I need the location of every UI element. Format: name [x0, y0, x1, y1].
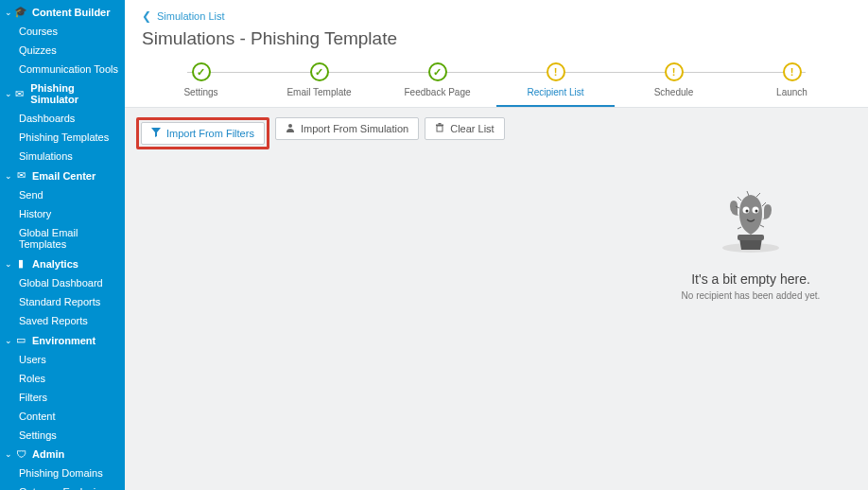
svg-point-9 — [755, 210, 758, 213]
nav-item[interactable]: Phishing Domains — [0, 464, 125, 482]
wizard-step[interactable]: ✓Feedback Page — [378, 62, 496, 105]
nav-section[interactable]: ⌄✉Phishing Simulator — [0, 79, 125, 109]
section-icon: ✉ — [12, 88, 26, 100]
toolbar: Import From Filters Import From Simulati… — [125, 108, 868, 159]
section-label: Admin — [32, 448, 64, 460]
clear-list-label: Clear List — [450, 123, 494, 134]
svg-rect-3 — [439, 123, 442, 125]
svg-rect-5 — [738, 235, 764, 240]
filter-icon — [151, 128, 161, 139]
step-circle: ! — [547, 62, 565, 81]
empty-heading: It's a bit empty here. — [656, 271, 845, 287]
nav-item[interactable]: Standard Reports — [0, 292, 125, 311]
svg-rect-1 — [437, 126, 443, 131]
nav-item[interactable]: Courses — [0, 22, 125, 41]
step-circle: ✓ — [192, 62, 211, 81]
nav-item[interactable]: Content — [0, 407, 125, 426]
chevron-down-icon: ⌄ — [4, 171, 13, 181]
svg-rect-2 — [436, 125, 443, 127]
nav-item[interactable]: Saved Reports — [0, 311, 125, 330]
empty-state: It's a bit empty here. No recipient has … — [656, 182, 845, 301]
chevron-left-icon: ❮ — [142, 9, 151, 23]
step-label: Feedback Page — [378, 87, 496, 97]
import-from-filters-label: Import From Filters — [166, 128, 254, 139]
nav-item[interactable]: Gateway Exclusion List — [0, 482, 125, 490]
nav-item[interactable]: Global Dashboard — [0, 273, 125, 292]
wizard-step[interactable]: ✓Email Template — [260, 62, 378, 105]
section-icon: ▮ — [13, 257, 28, 270]
section-label: Phishing Simulator — [30, 82, 119, 105]
nav-item[interactable]: Settings — [0, 426, 125, 445]
cactus-illustration — [656, 182, 845, 260]
import-from-simulation-button[interactable]: Import From Simulation — [275, 117, 419, 140]
svg-line-15 — [760, 225, 764, 227]
step-circle: ! — [783, 62, 802, 81]
empty-subtext: No recipient has been added yet. — [656, 290, 845, 301]
chevron-down-icon: ⌄ — [4, 336, 13, 345]
wizard: ✓Settings✓Email Template✓Feedback Page!R… — [142, 62, 851, 107]
section-label: Environment — [32, 335, 95, 346]
nav-item[interactable]: Dashboards — [0, 109, 125, 128]
nav-section[interactable]: ⌄▭Environment — [0, 330, 125, 350]
nav-item[interactable]: History — [0, 204, 125, 223]
main: ❮ Simulation List Simulations - Phishing… — [125, 0, 868, 490]
section-label: Email Center — [32, 170, 95, 182]
chevron-down-icon: ⌄ — [4, 89, 12, 98]
section-icon: 🎓 — [13, 6, 28, 18]
svg-point-0 — [288, 124, 292, 128]
user-icon — [286, 123, 295, 134]
section-label: Analytics — [32, 258, 78, 270]
chevron-down-icon: ⌄ — [4, 259, 13, 269]
import-from-simulation-label: Import From Simulation — [301, 123, 408, 134]
sidebar: ⌄🎓Content BuilderCoursesQuizzesCommunica… — [0, 0, 125, 490]
nav-item[interactable]: Simulations — [0, 147, 125, 166]
wizard-step[interactable]: !Schedule — [615, 62, 733, 105]
chevron-down-icon: ⌄ — [4, 8, 13, 17]
step-circle: ✓ — [310, 62, 329, 81]
section-icon: 🛡 — [13, 448, 28, 460]
nav-item[interactable]: Roles — [0, 369, 125, 388]
nav-item[interactable]: Users — [0, 350, 125, 369]
svg-line-16 — [738, 227, 741, 229]
svg-line-10 — [738, 197, 741, 201]
nav-item[interactable]: Filters — [0, 388, 125, 407]
section-icon: ▭ — [13, 334, 28, 346]
nav-section[interactable]: ⌄🛡Admin — [0, 445, 125, 464]
wizard-step[interactable]: ✓Settings — [142, 62, 260, 105]
step-label: Schedule — [615, 87, 733, 97]
section-icon: ✉ — [13, 169, 28, 182]
wizard-step[interactable]: !Launch — [733, 62, 851, 105]
step-label: Launch — [733, 87, 851, 97]
svg-line-11 — [747, 191, 749, 196]
nav-section[interactable]: ⌄🎓Content Builder — [0, 2, 125, 22]
breadcrumb-back[interactable]: ❮ Simulation List — [142, 9, 225, 23]
nav-item[interactable]: Quizzes — [0, 41, 125, 60]
step-label: Email Template — [260, 87, 378, 97]
step-label: Recipient List — [496, 87, 615, 97]
nav-section[interactable]: ⌄✉Email Center — [0, 166, 125, 185]
section-label: Content Builder — [32, 7, 111, 18]
import-from-filters-button[interactable]: Import From Filters — [141, 122, 265, 145]
nav-section[interactable]: ⌄▮Analytics — [0, 254, 125, 273]
nav-item[interactable]: Communication Tools — [0, 60, 125, 79]
step-circle: ✓ — [428, 62, 447, 81]
highlight-box: Import From Filters — [136, 117, 269, 149]
content-area: It's a bit empty here. No recipient has … — [125, 159, 868, 490]
svg-point-7 — [746, 210, 749, 213]
breadcrumb-label: Simulation List — [157, 10, 225, 22]
page-title: Simulations - Phishing Template — [142, 28, 851, 49]
trash-icon — [435, 123, 444, 134]
svg-line-12 — [756, 193, 760, 197]
nav-item[interactable]: Send — [0, 185, 125, 204]
wizard-step[interactable]: !Recipient List — [496, 62, 615, 107]
step-circle: ! — [665, 62, 684, 81]
nav-item[interactable]: Phishing Templates — [0, 128, 125, 147]
clear-list-button[interactable]: Clear List — [425, 117, 504, 140]
chevron-down-icon: ⌄ — [4, 449, 13, 459]
step-label: Settings — [142, 87, 260, 97]
top-header: ❮ Simulation List Simulations - Phishing… — [125, 0, 868, 108]
nav-item[interactable]: Global Email Templates — [0, 223, 125, 254]
